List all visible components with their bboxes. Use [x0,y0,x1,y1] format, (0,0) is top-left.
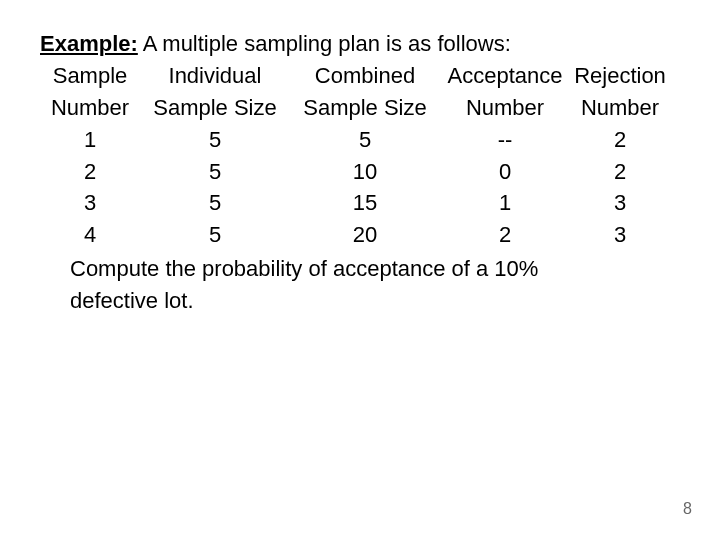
question-text: Compute the probability of acceptance of… [40,253,630,317]
table-row: 251002 [40,156,680,188]
cell: 2 [570,124,670,156]
cell: 4 [40,219,140,251]
cell: 3 [40,187,140,219]
col-header: Acceptance [440,60,570,92]
col-header: Sample [40,60,140,92]
col-header: Rejection [570,60,670,92]
table-row: 452023 [40,219,680,251]
cell: 20 [290,219,440,251]
col-header: Sample Size [140,92,290,124]
col-header: Number [570,92,670,124]
table-row: 351513 [40,187,680,219]
cell: -- [440,124,570,156]
cell: 2 [440,219,570,251]
table-row: 155--2 [40,124,680,156]
cell: 3 [570,219,670,251]
cell: 0 [440,156,570,188]
example-label: Example: [40,31,138,56]
col-header: Combined [290,60,440,92]
cell: 15 [290,187,440,219]
heading-line: Example: A multiple sampling plan is as … [40,28,680,60]
cell: 1 [440,187,570,219]
col-header: Number [440,92,570,124]
col-header: Individual [140,60,290,92]
table-header-row-2: NumberSample SizeSample SizeNumberNumber [40,92,680,124]
slide-content: Example: A multiple sampling plan is as … [40,28,680,317]
cell: 5 [140,219,290,251]
cell: 5 [140,124,290,156]
col-header: Sample Size [290,92,440,124]
cell: 2 [570,156,670,188]
slide: Example: A multiple sampling plan is as … [0,0,720,540]
cell: 3 [570,187,670,219]
cell: 10 [290,156,440,188]
heading-text: A multiple sampling plan is as follows: [138,31,511,56]
cell: 2 [40,156,140,188]
col-header: Number [40,92,140,124]
cell: 1 [40,124,140,156]
cell: 5 [140,187,290,219]
page-number: 8 [683,500,692,518]
cell: 5 [290,124,440,156]
table-header-row-1: SampleIndividualCombinedAcceptanceReject… [40,60,680,92]
cell: 5 [140,156,290,188]
